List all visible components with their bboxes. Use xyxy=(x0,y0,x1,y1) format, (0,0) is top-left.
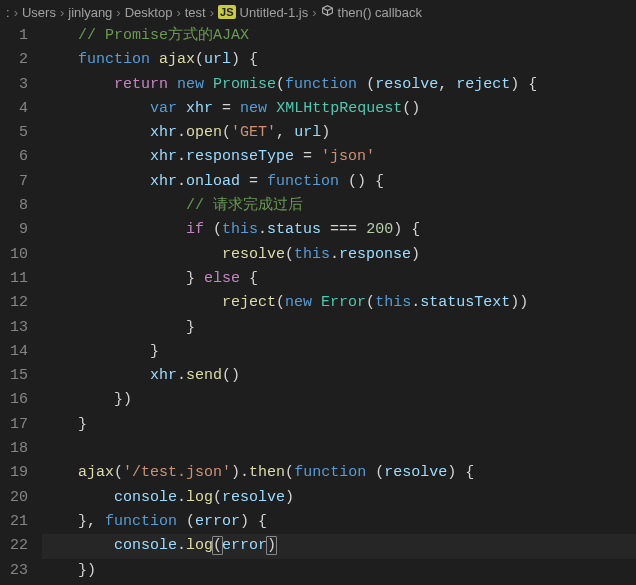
chevron-right-icon: › xyxy=(14,5,18,20)
code-line[interactable]: xhr.responseType = 'json' xyxy=(42,145,636,169)
js-file-icon: JS xyxy=(218,5,235,19)
breadcrumb-file[interactable]: Untitled-1.js xyxy=(240,5,309,20)
code-line[interactable]: }) xyxy=(42,388,636,412)
code-line[interactable]: xhr.open('GET', url) xyxy=(42,121,636,145)
line-number: 11 xyxy=(0,267,28,291)
code-line[interactable]: reject(new Error(this.statusText)) xyxy=(42,291,636,315)
line-number: 5 xyxy=(0,121,28,145)
line-number-gutter: 1234567891011121314151617181920212223 xyxy=(0,24,42,585)
code-line[interactable]: } xyxy=(42,340,636,364)
line-number: 4 xyxy=(0,97,28,121)
line-number: 17 xyxy=(0,413,28,437)
line-number: 22 xyxy=(0,534,28,558)
code-editor[interactable]: 1234567891011121314151617181920212223 //… xyxy=(0,24,636,585)
line-number: 16 xyxy=(0,388,28,412)
line-number: 2 xyxy=(0,48,28,72)
breadcrumb-more: : xyxy=(6,5,10,20)
line-number: 21 xyxy=(0,510,28,534)
chevron-right-icon: › xyxy=(312,5,316,20)
line-number: 19 xyxy=(0,461,28,485)
line-number: 18 xyxy=(0,437,28,461)
line-number: 23 xyxy=(0,559,28,583)
line-number: 10 xyxy=(0,243,28,267)
code-line[interactable]: } xyxy=(42,413,636,437)
code-line[interactable]: // 请求完成过后 xyxy=(42,194,636,218)
code-line[interactable]: console.log(resolve) xyxy=(42,486,636,510)
line-number: 3 xyxy=(0,73,28,97)
code-area[interactable]: // Promise方式的AJAX function ajax(url) { r… xyxy=(42,24,636,585)
breadcrumb[interactable]: : › Users › jinlyang › Desktop › test › … xyxy=(0,0,636,24)
code-line[interactable]: // Promise方式的AJAX xyxy=(42,24,636,48)
breadcrumb-item[interactable]: Users xyxy=(22,5,56,20)
line-number: 8 xyxy=(0,194,28,218)
code-line[interactable]: }, function (error) { xyxy=(42,510,636,534)
code-line[interactable]: } xyxy=(42,316,636,340)
code-line[interactable]: var xhr = new XMLHttpRequest() xyxy=(42,97,636,121)
line-number: 15 xyxy=(0,364,28,388)
line-number: 12 xyxy=(0,291,28,315)
breadcrumb-item[interactable]: Desktop xyxy=(125,5,173,20)
code-line[interactable]: } else { xyxy=(42,267,636,291)
breadcrumb-symbol[interactable]: then() callback xyxy=(338,5,423,20)
code-line[interactable]: console.log(error) xyxy=(42,534,636,558)
cube-icon xyxy=(321,4,334,20)
chevron-right-icon: › xyxy=(116,5,120,20)
chevron-right-icon: › xyxy=(210,5,214,20)
line-number: 6 xyxy=(0,145,28,169)
line-number: 1 xyxy=(0,24,28,48)
code-line[interactable]: xhr.send() xyxy=(42,364,636,388)
code-line[interactable]: function ajax(url) { xyxy=(42,48,636,72)
breadcrumb-item[interactable]: jinlyang xyxy=(68,5,112,20)
line-number: 14 xyxy=(0,340,28,364)
code-line[interactable]: }) xyxy=(42,559,636,583)
line-number: 20 xyxy=(0,486,28,510)
chevron-right-icon: › xyxy=(60,5,64,20)
code-line[interactable]: ajax('/test.json').then(function (resolv… xyxy=(42,461,636,485)
line-number: 7 xyxy=(0,170,28,194)
breadcrumb-item[interactable]: test xyxy=(185,5,206,20)
code-line[interactable]: resolve(this.response) xyxy=(42,243,636,267)
code-line[interactable]: xhr.onload = function () { xyxy=(42,170,636,194)
line-number: 13 xyxy=(0,316,28,340)
chevron-right-icon: › xyxy=(176,5,180,20)
code-line[interactable]: return new Promise(function (resolve, re… xyxy=(42,73,636,97)
code-line[interactable] xyxy=(42,437,636,461)
code-line[interactable]: if (this.status === 200) { xyxy=(42,218,636,242)
line-number: 9 xyxy=(0,218,28,242)
